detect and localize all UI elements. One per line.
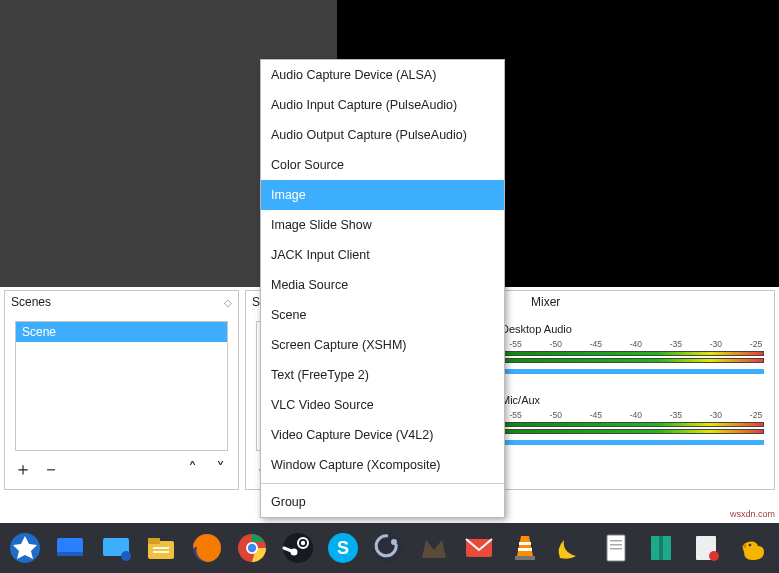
menu-item-jack-input[interactable]: JACK Input Client (261, 240, 504, 270)
scenes-panel-title: Scenes (5, 291, 238, 313)
chrome-icon[interactable] (233, 528, 271, 568)
menu-item-group[interactable]: Group (261, 487, 504, 517)
scenes-toolbar: ＋ － ˄ ˅ (13, 455, 230, 483)
mixer-track-desktop-audio: Desktop Audio -55 -50 -45 -40 -35 -30 -2… (497, 323, 764, 374)
svg-point-20 (391, 539, 397, 545)
scene-up-button[interactable]: ˄ (182, 459, 202, 479)
svg-rect-7 (153, 547, 169, 549)
menu-item-video-capture-v4l2[interactable]: Video Capture Device (V4L2) (261, 420, 504, 450)
meter-ticks: -55 -50 -45 -40 -35 -30 -25 (497, 410, 764, 422)
task-view-icon[interactable] (97, 528, 135, 568)
wolf-icon[interactable] (415, 528, 453, 568)
meter-bar (497, 422, 764, 427)
volume-slider[interactable] (497, 440, 764, 445)
svg-point-33 (749, 544, 752, 547)
svg-rect-22 (519, 542, 531, 545)
meter-ticks: -55 -50 -45 -40 -35 -30 -25 (497, 339, 764, 351)
mixer-track-label: Mic/Aux (497, 394, 764, 406)
meter-bar (497, 358, 764, 363)
svg-rect-28 (610, 548, 622, 550)
svg-rect-27 (610, 544, 622, 546)
remove-scene-button[interactable]: － (41, 459, 61, 479)
menu-item-image-slideshow[interactable]: Image Slide Show (261, 210, 504, 240)
mixer-body: Desktop Audio -55 -50 -45 -40 -35 -30 -2… (487, 313, 774, 475)
mixer-track-label: Desktop Audio (497, 323, 764, 335)
svg-rect-30 (659, 536, 663, 560)
menu-item-media-source[interactable]: Media Source (261, 270, 504, 300)
document-icon[interactable] (596, 528, 634, 568)
volume-slider[interactable] (497, 369, 764, 374)
mixer-panel-title: xxxxxMixer (487, 291, 774, 313)
scene-item[interactable]: Scene (16, 322, 227, 342)
svg-point-15 (300, 541, 304, 545)
svg-rect-24 (515, 556, 535, 560)
taskbar: S (0, 523, 779, 573)
meter-bar (497, 351, 764, 356)
scenes-collapse-icon[interactable]: ◇ (224, 297, 232, 308)
mail-icon[interactable] (460, 528, 498, 568)
steam-icon[interactable] (279, 528, 317, 568)
scenes-list[interactable]: Scene (15, 321, 228, 451)
svg-point-12 (248, 544, 256, 552)
menu-item-text-freetype[interactable]: Text (FreeType 2) (261, 360, 504, 390)
meter-bar (497, 429, 764, 434)
svg-text:S: S (337, 538, 349, 558)
mask-icon[interactable] (687, 528, 725, 568)
show-desktop-icon[interactable] (51, 528, 89, 568)
banana-icon[interactable] (551, 528, 589, 568)
duck-icon[interactable] (733, 528, 771, 568)
menu-item-vlc-source[interactable]: VLC Video Source (261, 390, 504, 420)
mixer-panel: xxxxxMixer Desktop Audio -55 -50 -45 -40… (486, 290, 775, 490)
svg-point-16 (290, 549, 297, 556)
svg-rect-26 (610, 540, 622, 542)
svg-point-32 (709, 551, 719, 561)
kde-launcher-icon[interactable] (6, 528, 44, 568)
menu-item-window-capture-xcomposite[interactable]: Window Capture (Xcomposite) (261, 450, 504, 480)
obs-icon[interactable] (369, 528, 407, 568)
menu-item-scene[interactable]: Scene (261, 300, 504, 330)
menu-item-screen-capture-xshm[interactable]: Screen Capture (XSHM) (261, 330, 504, 360)
menu-item-color-source[interactable]: Color Source (261, 150, 504, 180)
scene-down-button[interactable]: ˅ (210, 459, 230, 479)
library-icon[interactable] (642, 528, 680, 568)
svg-point-4 (121, 551, 131, 561)
menu-item-audio-capture-alsa[interactable]: Audio Capture Device (ALSA) (261, 60, 504, 90)
file-manager-icon[interactable] (142, 528, 180, 568)
skype-icon[interactable]: S (324, 528, 362, 568)
firefox-icon[interactable] (188, 528, 226, 568)
menu-item-image[interactable]: Image (261, 180, 504, 210)
menu-separator (261, 483, 504, 484)
svg-rect-8 (153, 551, 169, 553)
menu-item-audio-output-pulse[interactable]: Audio Output Capture (PulseAudio) (261, 120, 504, 150)
svg-rect-6 (148, 538, 160, 544)
svg-rect-23 (518, 548, 532, 551)
add-source-context-menu: Audio Capture Device (ALSA) Audio Input … (260, 59, 505, 518)
add-scene-button[interactable]: ＋ (13, 459, 33, 479)
vlc-icon[interactable] (506, 528, 544, 568)
menu-item-audio-input-pulse[interactable]: Audio Input Capture (PulseAudio) (261, 90, 504, 120)
scenes-panel: Scenes ◇ Scene ＋ － ˄ ˅ (4, 290, 239, 490)
svg-rect-2 (57, 552, 83, 556)
mixer-track-mic-aux: Mic/Aux -55 -50 -45 -40 -35 -30 -25 (497, 394, 764, 445)
watermark-text: wsxdn.com (730, 509, 775, 519)
